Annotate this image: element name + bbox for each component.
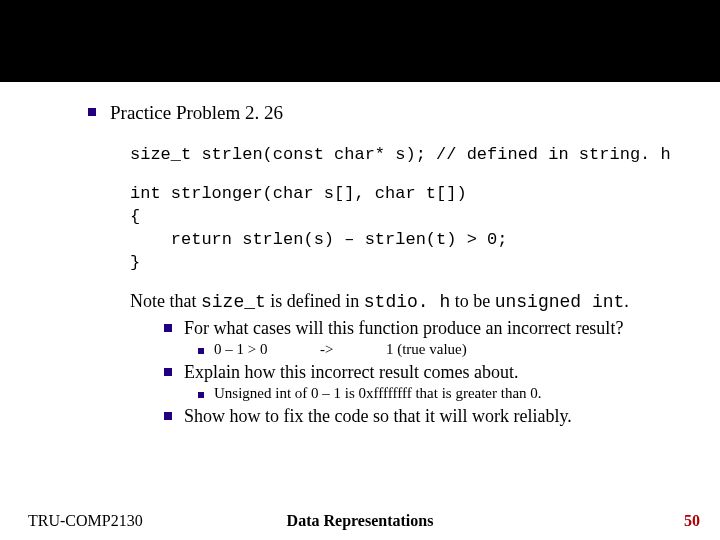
slide-content: Practice Problem 2. 26 size_t strlen(con… <box>0 82 720 427</box>
note-code: size_t <box>201 292 266 312</box>
footer-course-code: TRU-COMP2130 <box>28 512 143 530</box>
square-bullet-icon <box>198 392 204 398</box>
answer-text: Unsigned int of 0 – 1 is 0xffffffff that… <box>214 385 542 402</box>
code-block-function: int strlonger(char s[], char t[]) { retu… <box>130 183 720 275</box>
heading-row: Practice Problem 2. 26 <box>88 102 720 124</box>
list-item: For what cases will this function produc… <box>164 318 720 339</box>
square-bullet-icon <box>164 368 172 376</box>
question-text: Explain how this incorrect result comes … <box>184 362 518 383</box>
square-bullet-icon <box>198 348 204 354</box>
heading-text: Practice Problem 2. 26 <box>110 102 283 124</box>
note-code: stdio. h <box>364 292 450 312</box>
page-number: 50 <box>684 512 700 530</box>
note-text: . <box>624 291 629 311</box>
note-line: Note that size_t is defined in stdio. h … <box>130 291 720 312</box>
note-text: is defined in <box>266 291 364 311</box>
note-text: Note that <box>130 291 201 311</box>
square-bullet-icon <box>164 412 172 420</box>
note-text: to be <box>450 291 495 311</box>
square-bullet-icon <box>88 108 96 116</box>
question-text: Show how to fix the code so that it will… <box>184 406 572 427</box>
footer: TRU-COMP2130 Data Representations 50 <box>0 512 720 530</box>
title-bar <box>0 0 720 82</box>
list-item: 0 – 1 > 0 -> 1 (true value) <box>198 341 720 358</box>
answer-text: 0 – 1 > 0 -> 1 (true value) <box>214 341 467 358</box>
answer-arrow: -> <box>320 341 333 357</box>
code-line-signature: size_t strlen(const char* s); // defined… <box>130 144 720 167</box>
answer-part: 1 (true value) <box>386 341 467 357</box>
list-item: Explain how this incorrect result comes … <box>164 362 720 383</box>
question-text: For what cases will this function produc… <box>184 318 623 339</box>
answer-part: 0 – 1 > 0 <box>214 341 267 357</box>
note-code: unsigned int <box>495 292 625 312</box>
question-list: For what cases will this function produc… <box>164 318 720 427</box>
list-item: Unsigned int of 0 – 1 is 0xffffffff that… <box>198 385 720 402</box>
square-bullet-icon <box>164 324 172 332</box>
list-item: Show how to fix the code so that it will… <box>164 406 720 427</box>
